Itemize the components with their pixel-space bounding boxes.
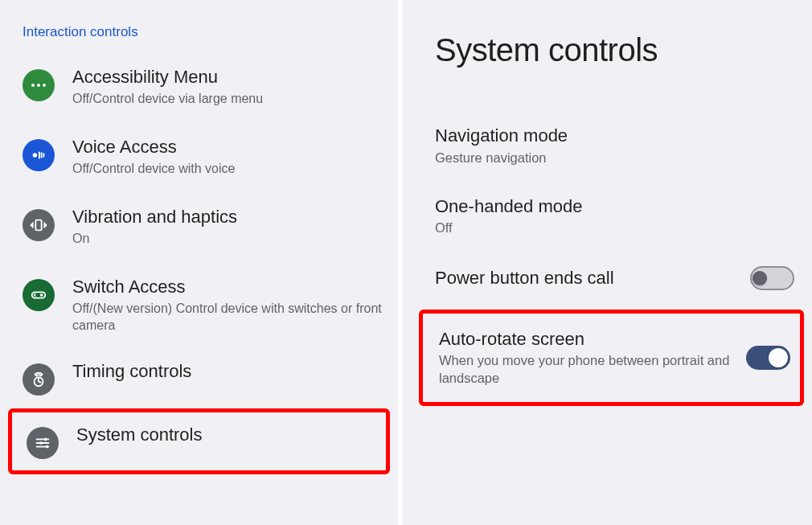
item-navigation-mode[interactable]: Navigation mode Gesture navigation xyxy=(403,110,812,181)
svg-point-4 xyxy=(44,438,47,441)
highlight-auto-rotate: Auto-rotate screen When you move your ph… xyxy=(419,310,804,406)
item-accessibility-menu[interactable]: Accessibility Menu Off/Control device vi… xyxy=(0,51,398,121)
item-timing-controls[interactable]: Timing controls xyxy=(0,349,398,407)
accessibility-settings-panel: Interaction controls Accessibility Menu … xyxy=(0,0,398,525)
accessibility-menu-icon xyxy=(23,69,55,101)
item-subtitle: Off/Control device with voice xyxy=(72,160,383,178)
item-power-button-ends-call[interactable]: Power button ends call xyxy=(403,252,812,305)
switch-access-icon xyxy=(23,279,55,311)
item-one-handed-mode[interactable]: One-handed mode Off xyxy=(403,181,812,252)
item-subtitle: Off xyxy=(435,219,780,236)
toggle-power-button-ends-call[interactable] xyxy=(750,266,794,290)
system-controls-icon xyxy=(27,427,59,459)
item-title: Vibration and haptics xyxy=(72,206,383,228)
item-subtitle: Off/Control device via large menu xyxy=(72,90,383,108)
item-title: System controls xyxy=(76,424,370,446)
item-subtitle: Gesture navigation xyxy=(435,149,780,166)
system-controls-panel: System controls Navigation mode Gesture … xyxy=(403,0,812,525)
item-title: Power button ends call xyxy=(435,267,736,289)
svg-point-6 xyxy=(46,445,49,449)
item-switch-access[interactable]: Switch Access Off/(New version) Control … xyxy=(0,261,398,349)
item-title: One-handed mode xyxy=(435,195,780,218)
item-subtitle: When you move your phone between portrai… xyxy=(439,351,732,388)
item-title: Accessibility Menu xyxy=(72,66,383,88)
item-subtitle: Off/(New version) Control device with sw… xyxy=(72,300,383,334)
highlight-system-controls: System controls xyxy=(8,408,390,474)
item-title: Voice Access xyxy=(72,136,383,158)
svg-point-5 xyxy=(39,441,43,445)
timing-controls-icon xyxy=(23,363,55,396)
item-system-controls[interactable]: System controls xyxy=(12,412,384,470)
vibration-icon xyxy=(23,209,55,241)
item-auto-rotate-screen[interactable]: Auto-rotate screen When you move your ph… xyxy=(423,314,800,402)
toggle-auto-rotate-screen[interactable] xyxy=(746,346,790,370)
item-title: Auto-rotate screen xyxy=(439,328,732,351)
page-title: System controls xyxy=(403,32,812,68)
item-subtitle: On xyxy=(72,230,383,248)
item-title: Switch Access xyxy=(72,276,383,298)
item-voice-access[interactable]: Voice Access Off/Control device with voi… xyxy=(0,121,398,191)
item-vibration-haptics[interactable]: Vibration and haptics On xyxy=(0,191,398,261)
item-title: Navigation mode xyxy=(435,125,780,147)
item-title: Timing controls xyxy=(72,360,383,383)
svg-rect-1 xyxy=(35,220,41,231)
svg-point-3 xyxy=(40,293,43,297)
section-header-interaction-controls: Interaction controls xyxy=(0,24,398,51)
voice-access-icon xyxy=(23,139,55,171)
svg-point-0 xyxy=(33,153,38,158)
